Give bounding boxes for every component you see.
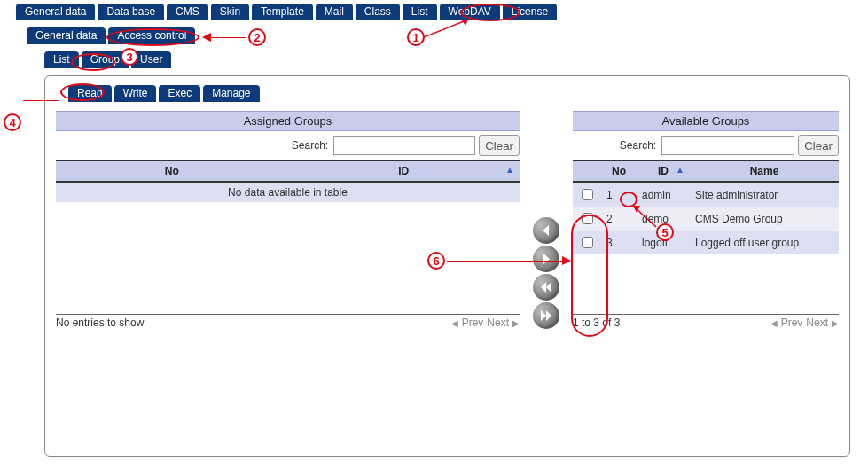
- available-title: Available Groups: [573, 111, 839, 131]
- available-col-name[interactable]: Name: [690, 160, 839, 182]
- assigned-no-data-row: No data available in table: [56, 182, 520, 202]
- permtab-exec[interactable]: Exec: [159, 85, 200, 102]
- tab-general-data[interactable]: General data: [16, 4, 95, 20]
- assigned-col-id[interactable]: ID ▲: [288, 160, 520, 182]
- tab-class[interactable]: Class: [356, 4, 400, 20]
- tab-license[interactable]: License: [503, 4, 557, 20]
- svg-marker-1: [462, 20, 468, 26]
- assigned-pager: No entries to show ◀ Prev Next ▶: [56, 314, 520, 329]
- available-col-id[interactable]: ID ▲: [637, 160, 690, 182]
- available-pane: Available Groups Search: Clear No ID ▲ N: [573, 111, 839, 329]
- sub-tabs: General data Access control: [27, 27, 868, 44]
- perm-tabs: Read Write Exec Manage: [68, 85, 839, 102]
- permtab-read[interactable]: Read: [68, 85, 112, 102]
- sub-tabs-2: List Group User: [44, 51, 868, 68]
- tab-skin[interactable]: Skin: [211, 4, 249, 20]
- available-search-row: Search: Clear: [573, 135, 839, 156]
- available-col-check: [573, 160, 601, 182]
- available-pager-info: 1 to 3 of 3: [573, 317, 620, 329]
- assigned-pager-info: No entries to show: [56, 317, 144, 329]
- cell-no: 3: [601, 231, 637, 254]
- available-col-no[interactable]: No: [601, 160, 637, 182]
- sort-asc-icon: ▲: [505, 165, 514, 175]
- subtab2-group[interactable]: Group: [82, 51, 129, 68]
- move-left-button[interactable]: [533, 217, 559, 244]
- move-all-right-button[interactable]: [533, 302, 559, 329]
- cell-name: CMS Demo Group: [690, 207, 839, 231]
- assigned-search-label: Search:: [292, 139, 328, 152]
- assigned-prev-button[interactable]: Prev: [462, 317, 484, 329]
- assigned-next-button[interactable]: Next: [487, 317, 509, 329]
- table-row[interactable]: 2 demo CMS Demo Group: [573, 207, 839, 231]
- available-table: No ID ▲ Name 1 admin Site administrator: [573, 160, 839, 254]
- tab-webdav[interactable]: WebDAV: [440, 4, 500, 20]
- permtab-write[interactable]: Write: [114, 85, 157, 102]
- assigned-pane: Assigned Groups Search: Clear No ID ▲: [56, 111, 520, 329]
- subtab2-user[interactable]: User: [131, 51, 171, 68]
- available-pager: 1 to 3 of 3 ◀ Prev Next ▶: [573, 314, 839, 329]
- cell-no: 2: [601, 207, 637, 231]
- chevron-right-icon: ▶: [512, 318, 520, 328]
- tab-template[interactable]: Template: [252, 4, 313, 20]
- cell-id: logoff: [637, 231, 690, 254]
- subtab-general-data[interactable]: General data: [27, 27, 106, 44]
- row-checkbox[interactable]: [582, 189, 593, 200]
- available-clear-button[interactable]: Clear: [798, 135, 839, 156]
- table-row[interactable]: 3 logoff Logged off user group: [573, 231, 839, 254]
- cell-no: 1: [601, 182, 637, 207]
- cell-id: admin: [637, 182, 690, 207]
- cell-name: Logged off user group: [690, 231, 839, 254]
- permissions-panel: Read Write Exec Manage Assigned Groups S…: [44, 75, 850, 457]
- assigned-table: No ID ▲ No data available in table: [56, 160, 520, 202]
- available-search-input[interactable]: [661, 136, 794, 155]
- row-checkbox[interactable]: [582, 237, 593, 248]
- available-search-label: Search:: [620, 139, 656, 152]
- assigned-clear-button[interactable]: Clear: [479, 135, 520, 156]
- move-all-left-button[interactable]: [533, 274, 559, 301]
- cell-name: Site administrator: [690, 182, 839, 207]
- chevron-left-icon: ◀: [770, 318, 778, 328]
- subtab-access-control[interactable]: Access control: [108, 27, 195, 44]
- permtab-manage[interactable]: Manage: [203, 85, 259, 102]
- tab-list[interactable]: List: [403, 4, 437, 20]
- tab-cms[interactable]: CMS: [167, 4, 208, 20]
- row-checkbox[interactable]: [582, 213, 593, 224]
- anno-num-4: 4: [4, 113, 21, 131]
- available-next-button[interactable]: Next: [806, 317, 828, 329]
- assigned-search-row: Search: Clear: [56, 135, 520, 156]
- sort-asc-icon: ▲: [676, 165, 684, 175]
- available-prev-button[interactable]: Prev: [781, 317, 803, 329]
- assigned-title: Assigned Groups: [56, 111, 520, 131]
- tab-mail[interactable]: Mail: [316, 4, 353, 20]
- table-row[interactable]: 1 admin Site administrator: [573, 182, 839, 207]
- chevron-left-icon: ◀: [451, 318, 458, 328]
- subtab2-list[interactable]: List: [44, 51, 79, 68]
- move-right-button[interactable]: [533, 246, 559, 272]
- assigned-col-no[interactable]: No: [56, 160, 288, 182]
- assigned-search-input[interactable]: [333, 136, 475, 155]
- cell-id: demo: [637, 207, 690, 231]
- transfer-buttons: [528, 111, 564, 329]
- top-tabs: General data Data base CMS Skin Template…: [16, 4, 868, 20]
- tab-data-base[interactable]: Data base: [98, 4, 164, 20]
- chevron-right-icon: ▶: [832, 318, 839, 328]
